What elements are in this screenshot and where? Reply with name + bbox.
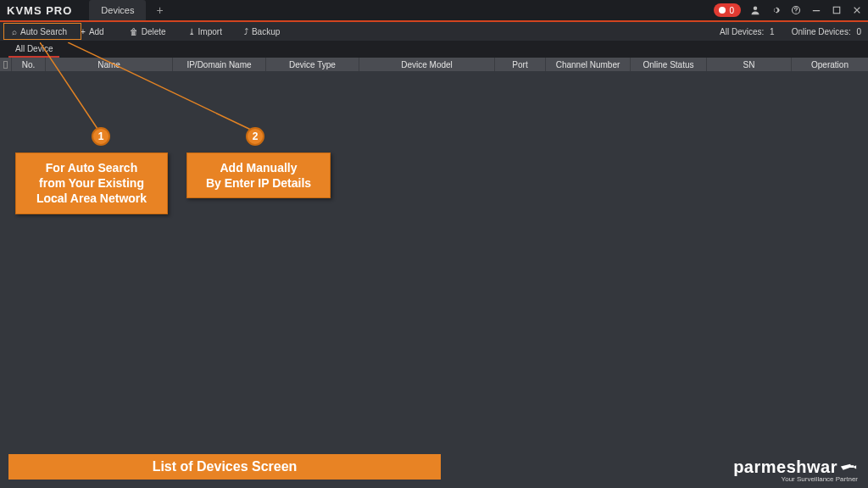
auto-search-label: Auto Search: [20, 27, 67, 36]
stat-online-devices: Online Devices: 0: [792, 27, 861, 36]
device-table: No. Name IP/Domain Name Device Type Devi…: [0, 58, 868, 427]
col-sn[interactable]: SN: [707, 58, 792, 71]
table-body-empty: [0, 71, 868, 427]
stat-all-devices: All Devices: 1: [720, 27, 775, 36]
toolbar: ⌕ Auto Search + Add 🗑 Delete ⤓ Import ⤴ …: [0, 22, 868, 41]
sub-tab-row: All Device: [0, 41, 868, 58]
camera-icon: [839, 462, 858, 474]
col-operation[interactable]: Operation: [792, 58, 868, 71]
mic-icon: [719, 7, 726, 14]
annotation-box-1-line3: Local Area Network: [25, 191, 159, 206]
annotation-box-1-line2: from Your Existing: [25, 175, 159, 191]
tab-add[interactable]: +: [151, 0, 168, 20]
col-status[interactable]: Online Status: [631, 58, 707, 71]
svg-point-0: [754, 7, 758, 11]
table-header: No. Name IP/Domain Name Device Type Devi…: [0, 58, 868, 71]
annotation-badge-2: 2: [246, 127, 264, 146]
toolbar-primary-group: ⌕ Auto Search + Add: [7, 25, 109, 38]
col-ip[interactable]: IP/Domain Name: [173, 58, 266, 71]
user-icon[interactable]: [749, 4, 761, 16]
minimize-icon[interactable]: [810, 4, 822, 16]
annotation-box-2-line1: Add Manually: [196, 160, 321, 175]
title-bar: KVMS PRO Devices + 0: [0, 0, 868, 20]
window-tabs: Devices +: [89, 0, 173, 20]
tab-devices[interactable]: Devices: [89, 0, 146, 20]
backup-label: Backup: [252, 27, 280, 36]
plus-icon: +: [81, 27, 86, 36]
col-type[interactable]: Device Type: [266, 58, 359, 71]
trash-icon: 🗑: [130, 27, 138, 36]
maximize-icon[interactable]: [831, 4, 843, 16]
import-button[interactable]: ⤓ Import: [183, 25, 227, 38]
col-port[interactable]: Port: [495, 58, 546, 71]
auto-search-button[interactable]: ⌕ Auto Search: [7, 25, 72, 38]
col-checkbox[interactable]: [0, 58, 12, 71]
stat-all-count: 1: [770, 27, 775, 36]
svg-rect-3: [813, 10, 820, 11]
gear-icon[interactable]: [770, 4, 782, 16]
svg-point-2: [796, 12, 797, 13]
add-label: Add: [89, 27, 104, 36]
stat-online-count: 0: [856, 27, 861, 36]
watermark: parmeshwar Your Surveillance Partner: [733, 458, 858, 483]
toolbar-secondary-group: 🗑 Delete ⤓ Import ⤴ Backup: [125, 25, 286, 38]
svg-rect-4: [833, 7, 840, 14]
search-icon: ⌕: [12, 27, 17, 36]
annotation-badge-1: 1: [92, 127, 110, 146]
col-model[interactable]: Device Model: [359, 58, 495, 71]
add-button[interactable]: + Add: [75, 25, 109, 38]
annotation-box-1: For Auto Search from Your Existing Local…: [15, 152, 168, 214]
annotation-box-2-line2: By Enter IP Details: [196, 175, 321, 191]
backup-button[interactable]: ⤴ Backup: [239, 25, 285, 38]
col-no[interactable]: No.: [12, 58, 46, 71]
annotation-box-1-line1: For Auto Search: [25, 160, 159, 175]
record-badge[interactable]: 0: [714, 3, 741, 17]
delete-label: Delete: [142, 27, 166, 36]
close-icon[interactable]: [851, 4, 863, 16]
device-stats: All Devices: 1 Online Devices: 0: [720, 27, 861, 36]
col-name[interactable]: Name: [46, 58, 173, 71]
record-count: 0: [729, 6, 734, 15]
import-label: Import: [198, 27, 222, 36]
annotation-box-2: Add Manually By Enter IP Details: [186, 152, 331, 198]
watermark-text: parmeshwar: [733, 458, 837, 477]
stat-all-label: All Devices:: [720, 27, 764, 36]
sub-tab-all-device[interactable]: All Device: [8, 42, 59, 58]
delete-button[interactable]: 🗑 Delete: [125, 25, 171, 38]
stat-online-label: Online Devices:: [792, 27, 851, 36]
bottom-banner: List of Devices Screen: [8, 454, 441, 480]
app-brand: KVMS PRO: [7, 4, 72, 17]
svg-rect-7: [850, 465, 854, 468]
checkbox-icon: [3, 61, 8, 69]
backup-icon: ⤴: [244, 27, 248, 36]
import-icon: ⤓: [188, 27, 195, 36]
col-channel[interactable]: Channel Number: [546, 58, 631, 71]
help-icon[interactable]: [790, 4, 802, 16]
